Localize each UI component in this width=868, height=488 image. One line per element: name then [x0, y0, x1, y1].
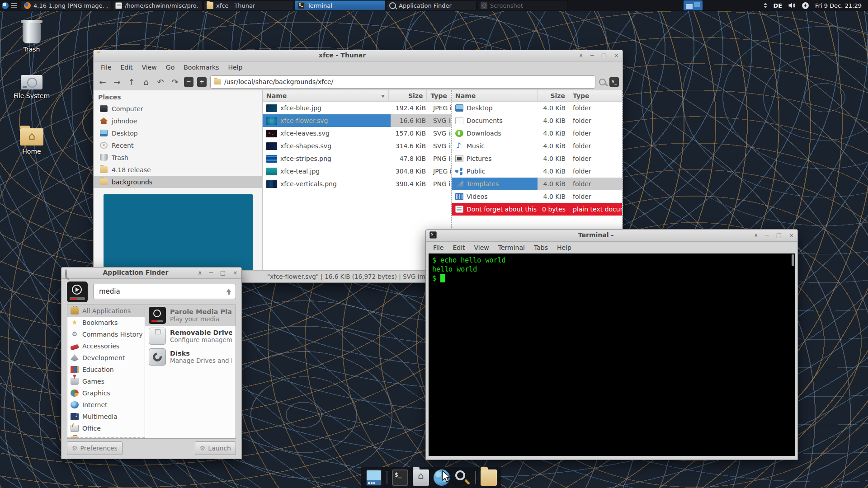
table-row[interactable]: Music 4.0 KiB folder — [452, 140, 622, 152]
close-button[interactable]: × — [789, 231, 794, 239]
launch-button[interactable]: ⚙ Launch — [195, 441, 236, 455]
sidebar-item-recent[interactable]: Recent — [94, 139, 262, 151]
minimize-button[interactable]: ─ — [765, 231, 769, 239]
menu-file[interactable]: File — [96, 64, 116, 71]
back-button[interactable]: ← — [97, 77, 108, 87]
column-size[interactable]: Size — [389, 90, 427, 101]
minimize-button[interactable]: ─ — [590, 52, 594, 59]
preferences-button[interactable]: ⚙ Preferences — [67, 441, 123, 455]
desktop-icon-file-system[interactable]: File System — [7, 71, 57, 99]
shade-button[interactable]: ∧ — [754, 231, 758, 239]
table-row[interactable]: Documents 4.0 KiB folder — [452, 114, 622, 127]
search-icon[interactable] — [599, 79, 606, 85]
minimize-button[interactable]: ─ — [209, 269, 213, 277]
category-bookmarks[interactable]: ★Bookmarks — [67, 317, 145, 328]
terminal-titlebar[interactable]: Terminal - ∧ ─ □ × — [426, 230, 797, 242]
category-education[interactable]: Education — [67, 364, 145, 375]
home-button[interactable]: ⌂ — [141, 77, 151, 87]
path-bar[interactable]: /usr/local/share/backgrounds/xfce/ — [210, 75, 595, 89]
desktop-icon-trash[interactable]: Trash — [7, 23, 57, 53]
table-row[interactable]: Desktop 4.0 KiB folder — [452, 102, 622, 114]
sidebar-item-desktop[interactable]: Desktop — [94, 127, 262, 139]
close-button[interactable]: × — [233, 269, 238, 277]
table-row[interactable]: xfce-shapes.svg 314.6 KiB SVG image — [263, 140, 451, 152]
menu-go[interactable]: Go — [161, 64, 179, 71]
menu-terminal[interactable]: Terminal — [494, 244, 529, 251]
menu-bookmarks[interactable]: Bookmarks — [179, 64, 223, 71]
category-accessories[interactable]: Accessories — [67, 340, 145, 352]
submit-arrow-icon[interactable] — [226, 289, 231, 292]
taskbar-button-thunar[interactable]: xfce - Thunar — [203, 0, 294, 10]
finder-titlebar[interactable]: Application Finder ∧ ─ □ × — [61, 267, 241, 279]
result-parole[interactable]: Parole Media PlayerPlay your media — [145, 305, 236, 326]
column-type[interactable]: Type — [569, 90, 622, 101]
zoom-out-button[interactable]: − — [184, 77, 193, 87]
keyboard-layout-indicator[interactable]: DE — [773, 2, 782, 9]
column-name[interactable]: Name▾ — [263, 90, 389, 101]
category-graphics[interactable]: Graphics — [67, 387, 145, 399]
sidebar-item-home[interactable]: johndoe — [94, 115, 262, 127]
up-button[interactable]: ↑ — [126, 77, 137, 87]
sidebar-item-release[interactable]: 4.18 release — [94, 164, 262, 176]
file-manager-launcher-icon[interactable] — [413, 469, 429, 486]
table-row[interactable]: Pictures 4.0 KiB folder — [452, 152, 622, 165]
table-row[interactable]: Public 4.0 KiB folder — [452, 165, 622, 178]
taskbar-button-image-viewer[interactable]: 4.16-1.png (PNG Image, … — [21, 0, 111, 10]
category-all-applications[interactable]: All Applications — [67, 305, 145, 317]
open-terminal-button[interactable]: $_ — [609, 77, 619, 87]
menu-file[interactable]: File — [429, 244, 448, 251]
sidebar-item-computer[interactable]: Computer — [94, 103, 262, 115]
category-games[interactable]: Games — [67, 375, 145, 387]
taskbar-button-terminal[interactable]: Terminal - — [295, 0, 385, 10]
menu-view[interactable]: View — [470, 244, 494, 251]
menu-edit[interactable]: Edit — [448, 244, 469, 251]
table-row-selected[interactable]: Templates 4.0 KiB folder — [452, 178, 622, 190]
column-size[interactable]: Size — [538, 90, 569, 101]
table-row[interactable]: Videos 4.0 KiB folder — [452, 190, 622, 203]
sidebar-item-backgrounds[interactable]: backgrounds — [94, 176, 262, 188]
terminal-screen[interactable]: $ echo hello world hello world $ — [429, 253, 795, 456]
result-removable-drives[interactable]: Removable Drives …Configure manageme… — [145, 326, 236, 347]
scrollbar-thumb[interactable] — [792, 254, 794, 266]
redo-button[interactable]: ↷ — [170, 77, 180, 87]
shade-button[interactable]: ∧ — [579, 52, 583, 59]
category-development[interactable]: Development — [67, 352, 145, 364]
search-input[interactable] — [93, 284, 236, 299]
maximize-button[interactable]: □ — [601, 52, 607, 59]
taskbar-button-editor[interactable]: /home/schwinn/misc/pro… — [112, 0, 203, 10]
table-row[interactable]: xfce-blue.jpg 192.4 KiB JPEG image — [263, 102, 451, 114]
category-other[interactable]: Other — [67, 434, 145, 438]
app-finder-launcher-icon[interactable] — [454, 469, 471, 486]
column-type[interactable]: Type — [427, 90, 451, 101]
clock[interactable]: Fri 9 Dec, 21:29 — [815, 2, 862, 9]
column-name[interactable]: Name — [452, 90, 538, 101]
menu-help[interactable]: Help — [552, 244, 576, 251]
table-row-selected[interactable]: xfce-flower.svg 16.6 KiB SVG image — [263, 114, 451, 127]
sidebar-item-trash[interactable]: Trash — [94, 151, 262, 164]
table-row[interactable]: xfce-stripes.png 47.8 KiB PNG image — [263, 152, 451, 165]
maximize-button[interactable]: □ — [220, 269, 226, 277]
table-row[interactable]: Downloads 4.0 KiB folder — [452, 127, 622, 140]
applications-menu-icon[interactable] — [2, 2, 9, 9]
power-manager-icon[interactable] — [802, 2, 809, 9]
category-internet[interactable]: Internet — [67, 399, 145, 411]
directory-menu-icon[interactable] — [11, 3, 17, 8]
table-row[interactable]: xfce-leaves.svg 157.0 KiB SVG image — [263, 127, 451, 140]
desktop-icon-home[interactable]: Home — [7, 126, 57, 155]
show-desktop-icon[interactable] — [366, 469, 382, 486]
category-commands-history[interactable]: ⚙Commands History — [67, 328, 145, 340]
taskbar-button-screenshot[interactable]: Screenshot — [477, 0, 568, 10]
zoom-in-button[interactable]: + — [197, 77, 207, 87]
taskbar-button-app-finder[interactable]: Application Finder — [386, 0, 476, 10]
table-row[interactable]: xfce-teal.jpg 304.8 KiB JPEG image — [263, 165, 451, 178]
menu-view[interactable]: View — [137, 64, 161, 71]
menu-tabs[interactable]: Tabs — [529, 244, 552, 251]
result-disks[interactable]: DisksManage Drives and M… — [145, 347, 236, 367]
forward-button[interactable]: → — [112, 77, 123, 87]
menu-edit[interactable]: Edit — [116, 64, 137, 71]
shade-button[interactable]: ∧ — [198, 269, 202, 277]
category-office[interactable]: Office — [67, 422, 145, 434]
terminal-launcher-icon[interactable] — [392, 469, 408, 486]
menu-help[interactable]: Help — [223, 64, 247, 71]
workspace-switcher[interactable] — [684, 0, 703, 10]
